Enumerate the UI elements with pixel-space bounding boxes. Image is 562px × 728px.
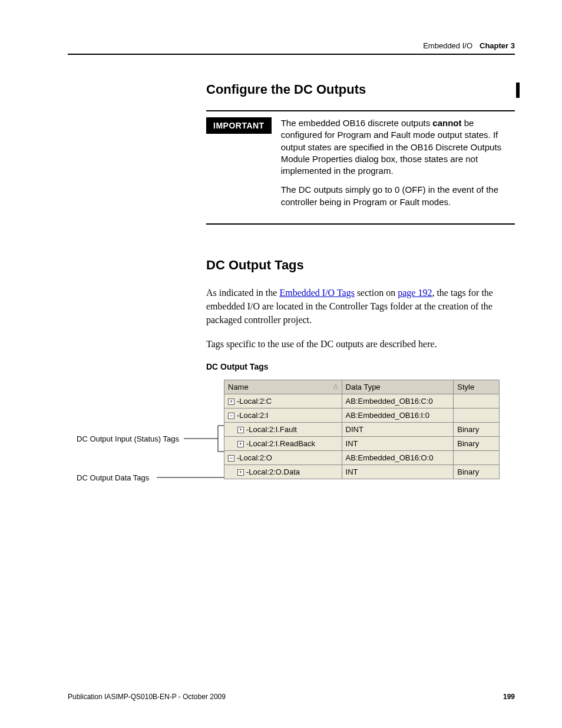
tag-datatype: INT [342, 436, 454, 450]
table-row[interactable]: +-Local:2:CAB:Embedded_OB16:C:0 [224, 394, 500, 408]
divider [206, 110, 515, 111]
tag-name: -Local:2:O [237, 453, 272, 462]
tag-style [454, 394, 500, 408]
tag-name: -Local:2:I [237, 411, 268, 420]
expand-icon[interactable]: + [237, 441, 244, 447]
col-header-name[interactable]: Name △ [224, 380, 342, 394]
collapse-icon[interactable]: − [228, 455, 234, 462]
tag-datatype: DINT [342, 422, 454, 436]
tag-name: -Local:2:O.Data [246, 467, 300, 476]
text: As indicated in the [206, 288, 279, 298]
tag-style: Binary [454, 465, 500, 479]
expand-icon[interactable]: + [228, 398, 234, 405]
table-row[interactable]: −-Local:2:OAB:Embedded_OB16:O:0 [224, 450, 500, 465]
text: The DC outputs simply go to 0 (OFF) in t… [281, 184, 515, 208]
text: Name [228, 383, 249, 391]
important-text: The embedded OB16 discrete outputs canno… [281, 117, 515, 215]
tag-style: Binary [454, 436, 500, 450]
divider [206, 223, 515, 225]
text: section on [355, 288, 398, 298]
text-bold: cannot [432, 118, 461, 128]
table-row[interactable]: −-Local:2:IAB:Embedded_OB16:I:0 [224, 408, 500, 422]
tag-name: -Local:2:I.ReadBack [246, 439, 315, 448]
tag-datatype: INT [342, 465, 454, 479]
table-row[interactable]: +-Local:2:I.FaultDINTBinary [224, 422, 500, 436]
publication-id: Publication IASIMP-QS010B-EN-P - October… [68, 693, 226, 701]
tag-name: -Local:2:I.Fault [246, 425, 297, 434]
section-title-tags: DC Output Tags [206, 258, 515, 273]
sort-asc-icon: △ [333, 383, 338, 389]
expand-icon[interactable]: + [237, 427, 244, 433]
important-badge: IMPORTANT [206, 117, 272, 134]
col-header-type[interactable]: Data Type [342, 380, 454, 394]
section-title-configure: Configure the DC Outputs [206, 82, 515, 97]
header-chapter: Chapter 3 [480, 41, 515, 50]
tag-name: -Local:2:C [237, 397, 272, 406]
tag-datatype: AB:Embedded_OB16:I:0 [342, 408, 454, 422]
table-row[interactable]: +-Local:2:O.DataINTBinary [224, 465, 500, 479]
callout-status-tags: DC Output Input (Status) Tags [77, 434, 179, 443]
tag-datatype: AB:Embedded_OB16:C:0 [342, 394, 454, 408]
tag-style [454, 408, 500, 422]
page-number: 199 [503, 693, 515, 701]
tag-style [454, 450, 500, 465]
tag-style: Binary [454, 422, 500, 436]
col-header-style[interactable]: Style [454, 380, 500, 394]
dc-output-tags-table: Name △ Data Type Style +-Local:2:CAB:Emb… [224, 380, 500, 479]
table-caption: DC Output Tags [206, 362, 515, 371]
text: The embedded OB16 discrete outputs [281, 118, 433, 128]
callout-data-tags: DC Output Data Tags [77, 473, 149, 482]
text: Tags specific to the use of the DC outpu… [206, 337, 515, 351]
table-row[interactable]: +-Local:2:I.ReadBackINTBinary [224, 436, 500, 450]
link-page-192[interactable]: page 192 [398, 288, 432, 298]
expand-icon[interactable]: + [237, 469, 244, 476]
change-bar-icon [516, 83, 520, 98]
tag-datatype: AB:Embedded_OB16:O:0 [342, 450, 454, 465]
collapse-icon[interactable]: − [228, 413, 234, 419]
header-section: Embedded I/O [423, 41, 472, 50]
link-embedded-io-tags[interactable]: Embedded I/O Tags [279, 288, 354, 298]
